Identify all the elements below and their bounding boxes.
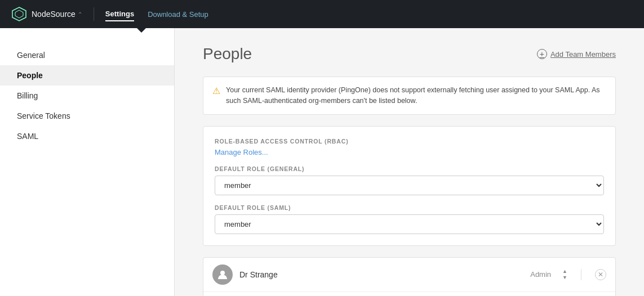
default-role-saml-select[interactable]: member	[215, 214, 604, 234]
header-divider	[94, 7, 94, 21]
rbac-label: ROLE-BASED ACCESS CONTROL (RBAC)	[215, 138, 604, 145]
member-name: Dr Strange	[239, 270, 523, 279]
warning-icon: ⚠	[212, 86, 220, 96]
header: NodeSource ⌃ Settings Download & Setup	[0, 0, 644, 28]
page-header: People + Add Team Members	[203, 45, 616, 63]
logo-icon	[11, 6, 27, 22]
brand-name: NodeSource ⌃	[32, 10, 82, 19]
manage-roles-link[interactable]: Manage Roles...	[215, 148, 604, 156]
sidebar-item-service-tokens[interactable]: Service Tokens	[0, 106, 174, 126]
settings-indicator	[137, 28, 146, 33]
main-content: People + Add Team Members ⚠ Your current…	[175, 28, 644, 296]
member-role: Admin	[530, 270, 551, 279]
logo: NodeSource ⌃	[11, 6, 82, 22]
add-team-members-label: Add Team Members	[550, 50, 616, 59]
svg-point-2	[220, 271, 225, 275]
sidebar-item-billing[interactable]: Billing	[0, 86, 174, 106]
person-icon	[217, 269, 228, 280]
page-title: People	[203, 45, 252, 63]
sidebar-item-general[interactable]: General	[0, 45, 174, 65]
remove-member-button[interactable]: ✕	[595, 269, 606, 280]
alert-text: Your current SAML identity provider (Pin…	[226, 85, 606, 106]
default-role-saml-label: DEFAULT ROLE (SAML)	[215, 204, 604, 211]
settings-panel: ROLE-BASED ACCESS CONTROL (RBAC) Manage …	[203, 126, 616, 246]
avatar	[212, 264, 233, 285]
saml-alert: ⚠ Your current SAML identity provider (P…	[203, 77, 616, 115]
chevron-up-icon: ▲	[562, 268, 567, 275]
add-icon: +	[537, 49, 547, 59]
members-list: Dr Strange Admin ▲ ▼ ✕ Thor	[203, 257, 616, 297]
nav-settings[interactable]: Settings	[105, 7, 134, 21]
nav-download-setup[interactable]: Download & Setup	[148, 10, 208, 19]
sidebar-item-saml[interactable]: SAML	[0, 126, 174, 146]
brand-chevron-icon: ⌃	[78, 11, 82, 17]
role-change-control[interactable]: ▲ ▼	[562, 268, 567, 281]
sidebar-item-people[interactable]: People	[0, 65, 174, 86]
chevron-down-icon: ▼	[562, 275, 567, 281]
svg-marker-0	[12, 7, 26, 21]
default-role-general-label: DEFAULT ROLE (GENERAL)	[215, 165, 604, 172]
default-role-general-select[interactable]: member	[215, 176, 604, 195]
add-team-members-button[interactable]: + Add Team Members	[537, 49, 616, 59]
member-divider	[581, 269, 581, 280]
layout: General People Billing Service Tokens SA…	[0, 28, 644, 296]
table-row: Thor Admin ▲ ▼ ✕	[203, 292, 615, 297]
close-icon: ✕	[598, 271, 603, 279]
table-row: Dr Strange Admin ▲ ▼ ✕	[203, 258, 615, 292]
svg-marker-1	[15, 10, 23, 18]
sidebar: General People Billing Service Tokens SA…	[0, 28, 175, 296]
